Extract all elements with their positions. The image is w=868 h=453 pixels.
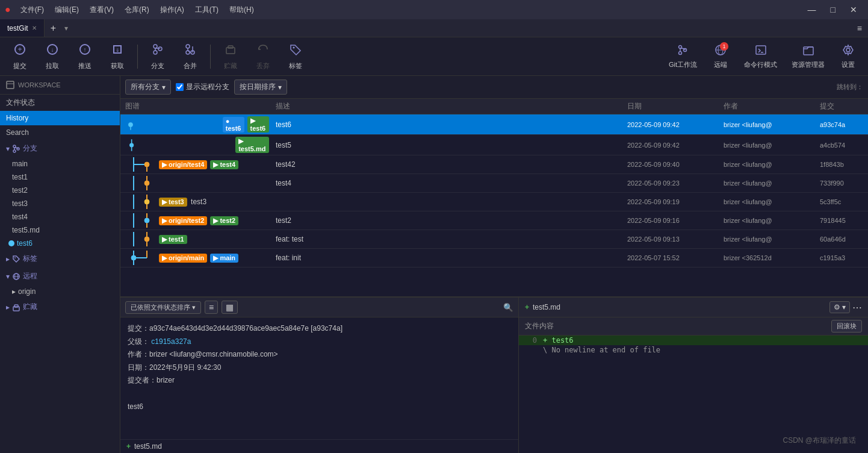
show-remote-input[interactable]: [176, 83, 184, 91]
menu-help[interactable]: 帮助(H): [225, 4, 259, 16]
header-graph: 图谱: [120, 101, 271, 111]
remote-section-header[interactable]: ▾ 远程: [0, 267, 120, 285]
sidebar-remote-origin[interactable]: ▸ origin: [0, 285, 120, 298]
parent-link[interactable]: c1915a327a: [151, 337, 191, 346]
commit-row-1[interactable]: ▶ test5.md test5 2022-05-09 09:42 brizer…: [120, 135, 868, 155]
revert-button[interactable]: 回滚块: [831, 320, 862, 333]
remote-icon-wrap: 1: [714, 43, 727, 58]
explorer-button[interactable]: 资源管理器: [786, 41, 831, 72]
remote-badge: 1: [720, 42, 728, 51]
git-workflow-button[interactable]: Git工作流: [663, 41, 703, 72]
commit-graph-7: ▶ origin/main ▶ main: [120, 251, 271, 265]
commit-author-7: brizer <362512d: [724, 254, 820, 261]
stash-section-header[interactable]: ▸ 贮藏: [0, 298, 120, 316]
branch-button[interactable]: 分支: [143, 40, 173, 73]
tag-origin-test4: ▶ origin/test4: [159, 160, 207, 169]
menu-action[interactable]: 操作(A): [155, 4, 189, 16]
commit-desc-5: test2: [271, 216, 627, 225]
commit-list: ● test6 ▶ test6 test6 2022-05-09 09:42 b…: [120, 114, 868, 296]
commit-hash-5: 7918445: [820, 217, 868, 224]
menu-view[interactable]: 查看(V): [85, 4, 119, 16]
commit-author-3: brizer <liufang@: [724, 180, 820, 187]
svg-point-42: [128, 122, 132, 127]
tag-button[interactable]: 标签: [281, 40, 311, 73]
list-view-button[interactable]: ≡: [205, 301, 218, 314]
branch-toolbar: 所有分支 ▾ 显示远程分支 按日期排序 ▾ 跳转到：: [120, 76, 868, 99]
branch-test5md-label: test5.md: [12, 226, 40, 234]
svg-point-66: [131, 255, 136, 260]
tags-section-header[interactable]: ▸ 标签: [0, 250, 120, 267]
branch-icon: [151, 43, 164, 59]
branch-section-header[interactable]: ▾ 分支: [0, 140, 120, 157]
remote-button[interactable]: 1 远端: [705, 41, 736, 72]
svg-point-59: [144, 218, 149, 223]
settings-button[interactable]: 设置: [833, 41, 863, 72]
sort-status-label: 已依照文件状态排序: [131, 304, 190, 311]
menu-file[interactable]: 文件(F): [16, 4, 49, 16]
minimize-button[interactable]: —: [802, 5, 822, 14]
commit-desc-7: feat: init: [271, 254, 627, 262]
stash-section-label: 贮藏: [23, 302, 37, 312]
pull-button[interactable]: ↓ 拉取: [37, 40, 67, 73]
sidebar-branch-test1[interactable]: test1: [0, 170, 120, 184]
file-settings-button[interactable]: ⚙ ▾: [829, 301, 850, 313]
commit-button[interactable]: + 提交: [5, 40, 35, 73]
sidebar-branch-test2[interactable]: test2: [0, 184, 120, 197]
terminal-button[interactable]: 命令行模式: [738, 41, 783, 72]
sidebar-branch-test5md[interactable]: test5.md: [0, 223, 120, 237]
close-button[interactable]: ✕: [844, 5, 863, 14]
sort-select[interactable]: 按日期排序 ▾: [234, 80, 287, 95]
commit-date-detail: 日期：2022年5月9日 9:42:30: [128, 361, 511, 375]
sidebar-item-history[interactable]: History: [0, 111, 120, 125]
tag-test3: ▶ test3: [159, 198, 187, 207]
fetch-button[interactable]: ⇓ 获取: [102, 40, 132, 73]
file-plus-icon: +: [126, 442, 131, 451]
commit-row-2[interactable]: ▶ origin/test4 ▶ test4 test42 2022-05-09…: [120, 155, 868, 174]
new-tab-button[interactable]: +: [45, 23, 62, 34]
menu-repo[interactable]: 仓库(R): [120, 4, 154, 16]
commit-graph-2: ▶ origin/test4 ▶ test4: [120, 157, 271, 172]
commit-row-6[interactable]: ▶ test1 feat: test 2022-05-09 09:13 briz…: [120, 230, 868, 249]
file-more-button[interactable]: ⋯: [852, 301, 862, 313]
sidebar-item-filestatus[interactable]: 文件状态: [0, 95, 120, 111]
maximize-button[interactable]: □: [825, 5, 842, 14]
merge-button[interactable]: 合并: [175, 40, 205, 73]
branch-test6-label: test6: [17, 239, 33, 248]
commit-file-row-0[interactable]: + test5.md: [120, 439, 518, 453]
toolbar: + 提交 ↓ 拉取 ↑ 推送 ⇓ 获取 分支 合并: [0, 37, 868, 76]
push-button[interactable]: ↑ 推送: [70, 40, 100, 73]
pull-icon: ↓: [46, 43, 59, 59]
commit-desc-0: test6: [271, 120, 627, 129]
commit-row-5[interactable]: ▶ origin/test2 ▶ test2 test2 2022-05-09 …: [120, 211, 868, 230]
svg-point-20: [679, 52, 682, 55]
discard-button[interactable]: 丢弃: [248, 40, 278, 73]
sidebar-branch-main[interactable]: main: [0, 157, 120, 170]
menu-edit[interactable]: 编辑(E): [50, 4, 84, 16]
tag-test2: ▶ test2: [210, 216, 238, 225]
dropdown-arrow[interactable]: ▾: [62, 24, 70, 33]
commit-row-4[interactable]: ▶ test3 test3 2022-05-09 09:19 brizer <l…: [120, 193, 868, 211]
remote-collapse-icon: ▾: [6, 272, 10, 281]
hamburger-menu[interactable]: ≡: [851, 23, 868, 33]
sidebar-item-search[interactable]: Search: [0, 125, 120, 140]
all-branches-select[interactable]: 所有分支 ▾: [125, 80, 171, 95]
tab-testgit[interactable]: testGit ✕: [0, 19, 45, 37]
diff-line-content-1: \ No newline at end of file: [543, 346, 660, 354]
show-remote-checkbox[interactable]: 显示远程分支: [176, 82, 229, 92]
svg-point-49: [144, 162, 149, 167]
commit-row-3[interactable]: test4 2022-05-09 09:23 brizer <liufang@ …: [120, 174, 868, 193]
commit-row-0[interactable]: ● test6 ▶ test6 test6 2022-05-09 09:42 b…: [120, 114, 868, 135]
commit-row-7[interactable]: ▶ origin/main ▶ main feat: init 2022-05-…: [120, 249, 868, 267]
sidebar-branch-test3[interactable]: test3: [0, 197, 120, 210]
search-commits-button[interactable]: 🔍: [503, 303, 513, 312]
sidebar-branch-test4[interactable]: test4: [0, 210, 120, 223]
merge-label: 合并: [184, 61, 197, 70]
menu-tools[interactable]: 工具(T): [190, 4, 223, 16]
content-area: 所有分支 ▾ 显示远程分支 按日期排序 ▾ 跳转到： 图谱 描述 日期 作者 提…: [120, 76, 868, 453]
stash-button[interactable]: 贮藏: [215, 40, 246, 73]
sort-status-button[interactable]: 已依照文件状态排序 ▾: [125, 301, 201, 314]
tab-close-icon[interactable]: ✕: [32, 25, 37, 31]
header-author: 作者: [724, 101, 820, 111]
grid-view-button[interactable]: ▦: [222, 301, 238, 314]
sidebar-branch-test6[interactable]: test6: [0, 237, 120, 250]
